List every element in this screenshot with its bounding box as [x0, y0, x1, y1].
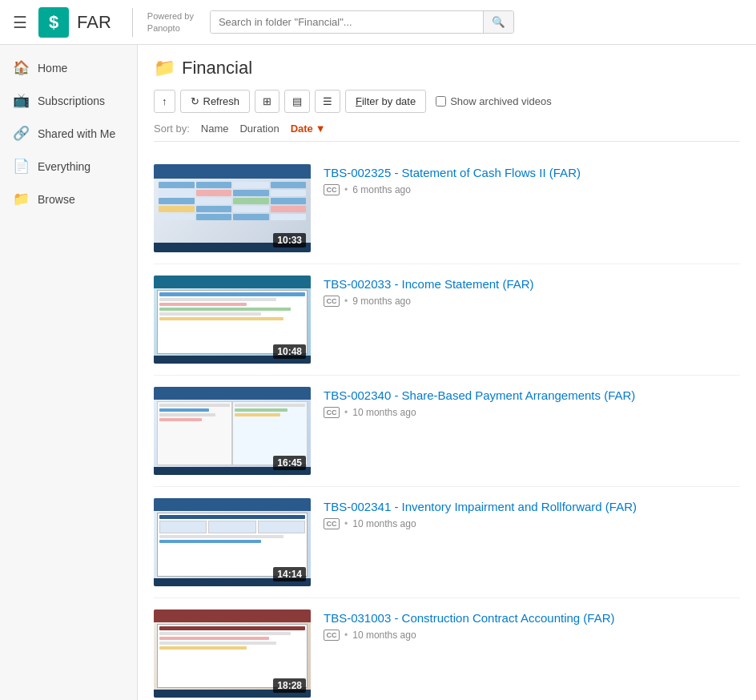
sort-by-name[interactable]: Name: [201, 123, 229, 135]
share-icon: 🔗: [13, 125, 30, 142]
search-button[interactable]: 🔍: [483, 11, 513, 33]
video-info: TBS-002341 - Inventory Impairment and Ro…: [324, 498, 740, 529]
video-title[interactable]: TBS-002033 - Income Statement (FAR): [324, 277, 740, 291]
video-info: TBS-031003 - Construction Contract Accou…: [324, 609, 740, 641]
list-view-icon: ▤: [292, 95, 302, 107]
refresh-icon: ↻: [191, 95, 199, 107]
video-meta: CC • 10 months ago: [324, 630, 740, 641]
video-title[interactable]: TBS-002341 - Inventory Impairment and Ro…: [324, 500, 740, 513]
home-icon: 🏠: [13, 59, 30, 76]
video-thumbnail[interactable]: 16:45: [154, 387, 311, 475]
cc-icon: CC: [324, 518, 340, 529]
app-logo: $: [38, 7, 69, 38]
cc-icon: CC: [324, 296, 340, 307]
video-title[interactable]: TBS-031003 - Construction Contract Accou…: [324, 611, 740, 625]
video-meta: CC • 10 months ago: [324, 518, 740, 529]
toolbar: ↑ ↻ Refresh ⊞ ▤ ☰ Filter by date: [154, 90, 740, 113]
filter-label: Filter by date: [356, 95, 416, 107]
sidebar-item-subscriptions[interactable]: 📺 Subscriptions: [0, 84, 137, 117]
subscriptions-icon: 📺: [13, 92, 30, 109]
sort-by-duration[interactable]: Duration: [239, 123, 279, 135]
sort-arrow-icon: ▼: [316, 123, 326, 135]
browse-icon: 📁: [13, 191, 30, 207]
meta-dot: •: [344, 630, 348, 641]
meta-dot: •: [344, 296, 348, 307]
list-item: 18:28 TBS-031003 - Construction Contract…: [154, 598, 740, 700]
sidebar-item-home[interactable]: 🏠 Home: [0, 51, 137, 84]
back-button[interactable]: ↑: [154, 90, 175, 113]
filter-by-date-button[interactable]: Filter by date: [345, 90, 426, 113]
video-duration-badge: 14:14: [273, 567, 306, 581]
powered-by: Powered by Panopto: [147, 10, 194, 34]
video-age: 10 months ago: [352, 407, 416, 418]
grid-view-icon: ⊞: [263, 95, 271, 107]
video-list: 10:33 TBS-002325 - Statement of Cash Flo…: [154, 153, 740, 700]
video-info: TBS-002033 - Income Statement (FAR) CC •…: [324, 276, 740, 307]
up-arrow-icon: ↑: [162, 95, 167, 107]
show-archived-label[interactable]: Show archived videos: [436, 95, 551, 107]
video-age: 10 months ago: [352, 518, 416, 529]
hamburger-icon[interactable]: ☰: [10, 10, 30, 35]
video-title[interactable]: TBS-002340 - Share-Based Payment Arrange…: [324, 388, 740, 402]
detail-view-icon: ☰: [323, 95, 332, 107]
video-thumbnail[interactable]: 10:48: [154, 276, 311, 364]
view-detail-button[interactable]: ☰: [315, 90, 340, 113]
video-thumbnail[interactable]: 14:14: [154, 498, 311, 586]
show-archived-checkbox[interactable]: [436, 96, 446, 107]
search-input[interactable]: [211, 11, 483, 33]
folder-icon: 📁: [154, 58, 175, 78]
list-item: 16:45 TBS-002340 - Share-Based Payment A…: [154, 376, 740, 487]
video-age: 9 months ago: [352, 296, 411, 307]
video-info: TBS-002340 - Share-Based Payment Arrange…: [324, 387, 740, 418]
video-thumbnail[interactable]: 18:28: [154, 609, 311, 698]
sort-bar: Sort by: Name Duration Date ▼: [154, 123, 740, 142]
layout: 🏠 Home 📺 Subscriptions 🔗 Shared with Me …: [0, 45, 756, 700]
cc-icon: CC: [324, 630, 340, 641]
video-age: 6 months ago: [352, 184, 411, 195]
meta-dot: •: [344, 184, 348, 195]
meta-dot: •: [344, 518, 348, 529]
video-thumbnail[interactable]: 10:33: [154, 164, 311, 252]
sidebar: 🏠 Home 📺 Subscriptions 🔗 Shared with Me …: [0, 45, 138, 700]
sidebar-item-browse[interactable]: 📁 Browse: [0, 183, 137, 215]
cc-icon: CC: [324, 407, 340, 418]
main-content: 📁 Financial ↑ ↻ Refresh ⊞ ▤ ☰ Fil: [138, 45, 756, 700]
sidebar-item-everything[interactable]: 📄 Everything: [0, 150, 137, 183]
everything-icon: 📄: [13, 158, 30, 175]
refresh-button[interactable]: ↻ Refresh: [180, 90, 251, 113]
top-nav: ☰ $ FAR Powered by Panopto 🔍: [0, 0, 756, 45]
video-meta: CC • 9 months ago: [324, 296, 740, 307]
folder-header: 📁 Financial: [154, 58, 740, 78]
video-duration-badge: 16:45: [273, 456, 306, 470]
nav-divider: [132, 8, 133, 37]
sort-by-label: Sort by:: [154, 123, 190, 135]
folder-title: Financial: [182, 58, 252, 78]
list-item: 10:48 TBS-002033 - Income Statement (FAR…: [154, 264, 740, 376]
video-duration-badge: 10:33: [273, 233, 306, 247]
search-bar: 🔍: [210, 10, 514, 34]
cc-icon: CC: [324, 184, 340, 195]
sort-by-date[interactable]: Date ▼: [291, 123, 326, 135]
list-item: 14:14 TBS-002341 - Inventory Impairment …: [154, 487, 740, 598]
sidebar-item-shared-with-me[interactable]: 🔗 Shared with Me: [0, 117, 137, 150]
video-title[interactable]: TBS-002325 - Statement of Cash Flows II …: [324, 166, 740, 179]
app-name: FAR: [77, 12, 111, 33]
view-grid-button[interactable]: ⊞: [255, 90, 279, 113]
video-duration-badge: 18:28: [273, 678, 306, 693]
list-item: 10:33 TBS-002325 - Statement of Cash Flo…: [154, 153, 740, 264]
video-age: 10 months ago: [352, 630, 416, 641]
video-duration-badge: 10:48: [273, 344, 306, 359]
video-meta: CC • 6 months ago: [324, 184, 740, 195]
meta-dot: •: [344, 407, 348, 418]
video-meta: CC • 10 months ago: [324, 407, 740, 418]
view-list-button[interactable]: ▤: [284, 90, 310, 113]
video-info: TBS-002325 - Statement of Cash Flows II …: [324, 164, 740, 195]
